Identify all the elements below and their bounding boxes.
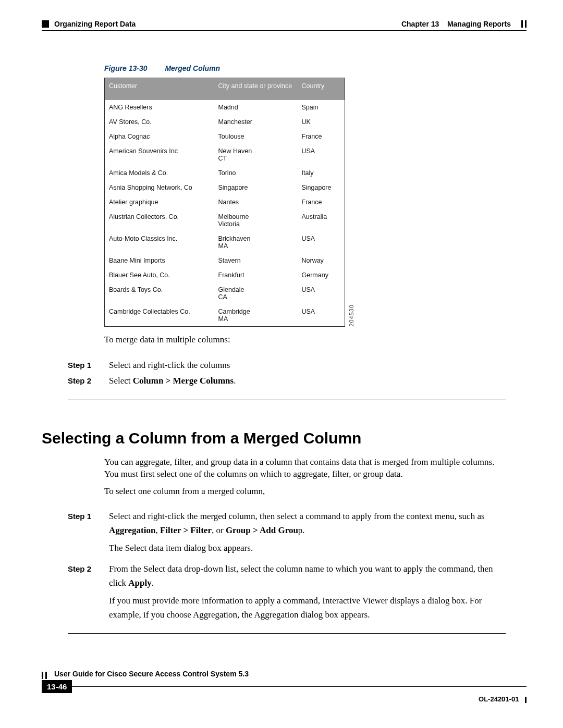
cell-country: Norway	[298, 253, 345, 268]
step-label: Step 2	[68, 374, 96, 388]
text: , or	[212, 525, 226, 535]
cell-customer: Alpha Cognac	[105, 129, 214, 144]
footer-rule	[72, 686, 527, 687]
page-number: 13-46	[42, 680, 72, 693]
footer-guide-title: User Guide for Cisco Secure Access Contr…	[54, 670, 249, 679]
cell-customer: ANG Resellers	[105, 100, 214, 115]
step-label: Step 1	[68, 510, 96, 555]
para: To select one column from a merged colum…	[104, 486, 506, 498]
header-chapter-title: Managing Reports	[447, 20, 511, 28]
header-marker-icon	[42, 20, 49, 28]
cell-customer: Amica Models & Co.	[105, 166, 214, 180]
step-label: Step 2	[68, 562, 96, 621]
cell-customer: American Souvenirs Inc	[105, 144, 214, 166]
bold-text: Column > Merge Columns	[133, 376, 234, 386]
figure-caption: Figure 13-30 Merged Column	[104, 64, 506, 72]
cell-city: Singapore	[214, 180, 298, 195]
table-row: Blauer See Auto, Co.FrankfurtGermany	[105, 268, 345, 282]
table-row: Asnia Shopping Network, CoSingaporeSinga…	[105, 180, 345, 195]
merged-column-table: Customer City and state or province Coun…	[104, 78, 345, 327]
table-row: Atelier graphiqueNantesFrance	[105, 195, 345, 209]
cell-country: USA	[298, 282, 345, 304]
page-header: Organizing Report Data Chapter 13 Managi…	[42, 20, 527, 28]
footer-end-bar-icon	[525, 697, 527, 703]
table-row: AV Stores, Co.ManchesterUK	[105, 115, 345, 129]
table-row: ANG ResellersMadridSpain	[105, 100, 345, 115]
figure-id-label: 204530	[348, 304, 354, 327]
cell-city: BrickhavenMA	[214, 231, 298, 253]
header-bars-icon	[521, 20, 527, 28]
cell-customer: Baane Mini Imports	[105, 253, 214, 268]
cell-customer: Blauer See Auto, Co.	[105, 268, 214, 282]
cell-city: CambridgeMA	[214, 304, 298, 327]
table-row: Cambridge Collectables Co.CambridgeMAUSA	[105, 304, 345, 327]
cell-city: Toulouse	[214, 129, 298, 144]
table-row: Baane Mini ImportsStavernNorway	[105, 253, 345, 268]
cell-country: Australia	[298, 209, 345, 231]
cell-country: Germany	[298, 268, 345, 282]
cell-country: Singapore	[298, 180, 345, 195]
cell-city: GlendaleCA	[214, 282, 298, 304]
cell-country: USA	[298, 304, 345, 327]
table-row: Boards & Toys Co.GlendaleCAUSA	[105, 282, 345, 304]
table-row: Auto-Moto Classics Inc.BrickhavenMAUSA	[105, 231, 345, 253]
th-customer: Customer	[105, 78, 214, 101]
cell-city: Manchester	[214, 115, 298, 129]
bold-text: Aggregation	[109, 525, 155, 535]
doc-ol-code: OL-24201-01	[479, 695, 519, 703]
cell-country: USA	[298, 144, 345, 166]
bold-text: Group > Add Grou	[226, 525, 298, 535]
header-rule	[42, 30, 527, 31]
text: The Select data item dialog box appears.	[109, 543, 253, 553]
cell-country: Spain	[298, 100, 345, 115]
section-heading: Selecting a Column from a Merged Column	[42, 429, 527, 447]
cell-customer: Boards & Toys Co.	[105, 282, 214, 304]
th-city: City and state or province	[214, 78, 298, 101]
cell-customer: Auto-Moto Classics Inc.	[105, 231, 214, 253]
para: You can aggregate, filter, and group dat…	[104, 456, 506, 480]
step-text: Select and right-click the merged column…	[109, 510, 506, 555]
cell-city: Frankfurt	[214, 268, 298, 282]
bold-text: Apply	[128, 578, 151, 588]
step-label: Step 1	[68, 359, 96, 372]
figure-title: Merged Column	[165, 64, 220, 72]
cell-customer: Asnia Shopping Network, Co	[105, 180, 214, 195]
text: Select and right-click the merged column…	[109, 511, 485, 521]
text: .	[152, 578, 154, 588]
cell-city: Torino	[214, 166, 298, 180]
step-separator	[68, 400, 506, 400]
cell-customer: AV Stores, Co.	[105, 115, 214, 129]
table-row: American Souvenirs IncNew HavenCTUSA	[105, 144, 345, 166]
table-row: Amica Models & Co.TorinoItaly	[105, 166, 345, 180]
page-footer: User Guide for Cisco Secure Access Contr…	[42, 670, 527, 703]
intro-1: To merge data in multiple columns:	[104, 334, 506, 346]
step-separator	[68, 633, 506, 634]
text: .	[234, 376, 236, 386]
th-country: Country	[298, 78, 345, 101]
table-row: Alustrian Collectors, Co.MelbourneVictor…	[105, 209, 345, 231]
cell-country: France	[298, 129, 345, 144]
bold-text: Filter > Filter	[160, 525, 212, 535]
cell-customer: Atelier graphique	[105, 195, 214, 209]
cell-customer: Cambridge Collectables Co.	[105, 304, 214, 327]
step-text: Select and right-click the columns	[109, 359, 506, 372]
text: Select	[109, 376, 133, 386]
header-chapter-label: Chapter 13	[401, 20, 439, 28]
cell-country: France	[298, 195, 345, 209]
text: ,	[155, 525, 160, 535]
cell-city: Nantes	[214, 195, 298, 209]
step-text: Select Column > Merge Columns.	[109, 374, 506, 388]
cell-country: Italy	[298, 166, 345, 180]
text: If you must provide more information to …	[109, 596, 482, 619]
table-row: Alpha CognacToulouseFrance	[105, 129, 345, 144]
text: p.	[298, 525, 305, 535]
cell-city: Stavern	[214, 253, 298, 268]
step-text: From the Select data drop-down list, sel…	[109, 562, 506, 621]
footer-bars-icon	[42, 672, 47, 679]
cell-customer: Alustrian Collectors, Co.	[105, 209, 214, 231]
text: From the Select data drop-down list, sel…	[109, 564, 493, 587]
header-section: Organizing Report Data	[54, 20, 136, 28]
cell-country: USA	[298, 231, 345, 253]
figure-label: Figure 13-30	[104, 64, 147, 72]
cell-city: Madrid	[214, 100, 298, 115]
